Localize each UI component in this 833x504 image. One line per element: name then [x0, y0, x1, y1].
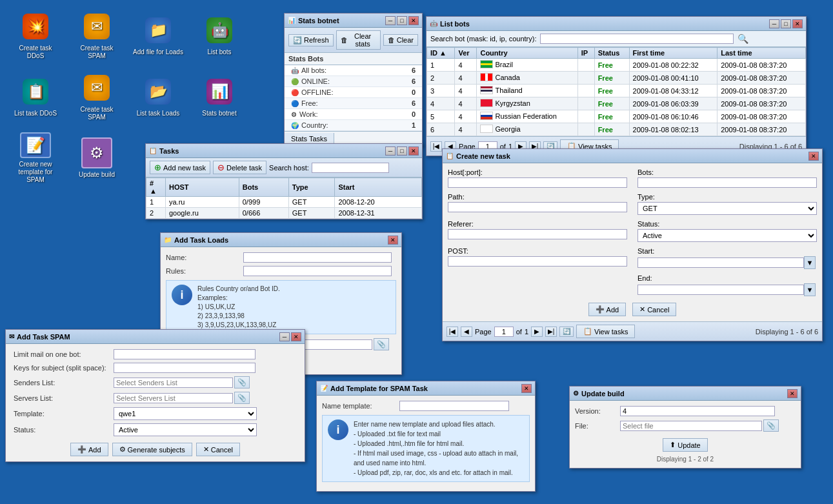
file-browse-button[interactable]: 📎: [374, 338, 389, 350]
tasks-maximize[interactable]: □: [397, 146, 407, 156]
host-input[interactable]: [448, 177, 627, 188]
update-build-close[interactable]: ✕: [787, 389, 798, 398]
keys-input[interactable]: [114, 363, 256, 373]
ub-file-input[interactable]: [620, 421, 762, 431]
pager-first[interactable]: |◀: [430, 141, 442, 152]
template-name-label: Name template:: [322, 402, 399, 410]
task-add-button[interactable]: ➕ Add: [588, 303, 627, 316]
search-button[interactable]: 🔍: [738, 34, 748, 44]
col-first-time[interactable]: First time: [629, 48, 718, 59]
referer-input[interactable]: [448, 229, 627, 239]
senders-browse-button[interactable]: 📎: [234, 376, 250, 388]
icon-create-ddos[interactable]: 💥 Create task DDoS: [6, 6, 65, 65]
stats-botnet-minimize[interactable]: ─: [385, 16, 396, 25]
task-cancel-icon: ✕: [639, 305, 645, 314]
ct-displaying: Displaying 1 - 6 of 6: [756, 328, 818, 336]
bots-input[interactable]: [637, 177, 817, 188]
type-select[interactable]: GET POST: [637, 202, 817, 215]
start-input[interactable]: [637, 257, 804, 268]
type-label: Type:: [637, 193, 817, 201]
col-ip[interactable]: IP: [577, 48, 594, 59]
template-select[interactable]: qwe1: [114, 407, 257, 420]
update-button[interactable]: ⬆ Update: [663, 438, 707, 452]
clear-stats-button[interactable]: 🗑 Clear stats: [336, 30, 381, 50]
post-input[interactable]: [448, 256, 627, 267]
search-input[interactable]: [540, 34, 734, 44]
limit-input[interactable]: [114, 349, 256, 359]
create-new-task-close[interactable]: ✕: [808, 152, 819, 161]
ct-view-tasks-btn[interactable]: 📋 View tasks: [576, 325, 635, 338]
tasks-titlebar: 📋 Tasks ─ □ ✕: [146, 144, 422, 158]
limit-row: Limit mail on one bot:: [14, 349, 297, 359]
icon-create-template[interactable]: 📝 Create new template for SPAM: [6, 129, 65, 187]
stat-row-online: 🟢 ONLINE: 6: [285, 76, 422, 87]
icon-list-ddos[interactable]: 📋 List task DDoS: [6, 68, 65, 126]
add-task-loads-close[interactable]: ✕: [388, 236, 398, 245]
add-template-spam-close[interactable]: ✕: [521, 384, 532, 393]
spam-status-select[interactable]: Active Inactive: [114, 423, 257, 436]
end-calendar-button[interactable]: ▼: [804, 283, 816, 296]
icon-update-build[interactable]: ⚙ Update build: [68, 129, 126, 187]
generate-subjects-button[interactable]: ⚙ Generate subjects: [112, 443, 192, 456]
status-row: Status: Active Inactive: [14, 423, 297, 436]
add-task-spam-minimize[interactable]: ─: [279, 332, 290, 341]
template-name-input[interactable]: [399, 401, 509, 411]
ct-pager-refresh[interactable]: 🔄: [559, 327, 574, 337]
icon-stats-botnet[interactable]: 📊 Stats botnet: [190, 68, 248, 126]
search-host-input[interactable]: [312, 163, 389, 173]
col-ver[interactable]: Ver: [455, 48, 477, 59]
end-input[interactable]: [637, 285, 804, 295]
refresh-icon: 🔄: [293, 36, 302, 45]
col-last-time[interactable]: Last time: [718, 48, 806, 59]
list-bots-maximize[interactable]: □: [781, 19, 791, 28]
rules-input[interactable]: [243, 266, 392, 276]
icon-list-loads[interactable]: 📂 List task Loads: [129, 68, 187, 126]
senders-input[interactable]: [114, 378, 233, 388]
tasks-minimize[interactable]: ─: [385, 146, 396, 156]
template-info-text: Enter name new template and upload files…: [354, 419, 524, 478]
icon-create-spam[interactable]: ✉ Create task SPAM: [68, 6, 126, 65]
update-build-title: Update build: [581, 390, 625, 398]
stat-row-work: ⚙ Work: 0: [285, 109, 422, 120]
ct-pager-next[interactable]: ▶: [531, 327, 543, 337]
col-start[interactable]: Start: [335, 178, 422, 197]
path-input[interactable]: [448, 202, 627, 212]
table-row: 1 ya.ru 0/999 GET 2008-12-20: [146, 197, 422, 208]
icon-list-bots[interactable]: 🤖 List bots: [190, 6, 248, 65]
col-num[interactable]: # ▲: [146, 178, 166, 197]
col-status[interactable]: Status: [594, 48, 629, 59]
create-new-task-titlebar: 📋 Create new task ✕: [443, 149, 822, 163]
add-task-spam-close[interactable]: ✕: [291, 332, 301, 341]
col-country[interactable]: Country: [477, 48, 577, 59]
task-cancel-button[interactable]: ✕ Cancel: [632, 303, 676, 316]
spam-add-button[interactable]: ➕ Add: [70, 443, 108, 456]
start-calendar-button[interactable]: ▼: [804, 256, 816, 269]
col-host[interactable]: HOST: [166, 178, 239, 197]
delete-task-button[interactable]: ⊖ Delete task: [213, 161, 266, 174]
list-bots-minimize[interactable]: ─: [769, 19, 779, 28]
ct-pager-last[interactable]: ▶|: [545, 327, 557, 337]
name-input[interactable]: [243, 252, 392, 263]
icon-create-spam2[interactable]: ✉ Create task SPAM: [68, 68, 126, 126]
version-input[interactable]: [620, 406, 775, 416]
spam-cancel-button[interactable]: ✕ Cancel: [196, 443, 240, 456]
add-new-task-button[interactable]: ⊕ Add new task: [150, 161, 210, 174]
servers-browse-button[interactable]: 📎: [234, 392, 250, 404]
col-bots[interactable]: Bots: [239, 178, 288, 197]
tasks-close[interactable]: ✕: [408, 146, 419, 156]
list-bots-close[interactable]: ✕: [792, 19, 803, 28]
ct-pager-prev[interactable]: ◀: [461, 327, 472, 337]
ct-pager-first[interactable]: |◀: [447, 327, 458, 337]
status-select[interactable]: Active Inactive: [637, 229, 817, 242]
col-id[interactable]: ID ▲: [427, 48, 455, 59]
col-type[interactable]: Type: [288, 178, 335, 197]
stats-botnet-maximize[interactable]: □: [397, 16, 407, 25]
ub-file-browse-button[interactable]: 📎: [763, 419, 779, 432]
stats-botnet-close[interactable]: ✕: [408, 16, 419, 25]
clear-button[interactable]: 🗑 Clear: [383, 34, 418, 46]
ct-page-input[interactable]: [494, 327, 514, 337]
refresh-button[interactable]: 🔄 Refresh: [288, 34, 334, 46]
icon-add-loads[interactable]: 📁 Add file for Loads: [129, 6, 187, 65]
status-group: Status: Active Inactive: [637, 220, 817, 242]
servers-input[interactable]: [114, 393, 233, 403]
